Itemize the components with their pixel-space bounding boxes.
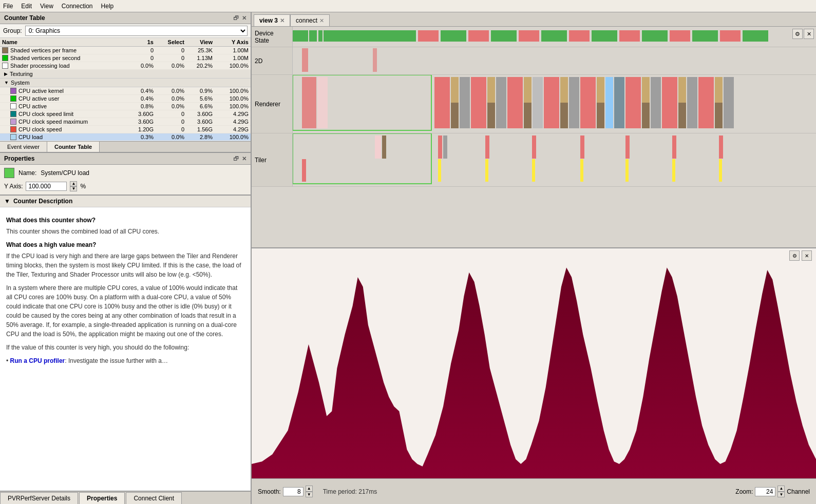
svg-rect-12 <box>619 30 640 42</box>
svg-rect-8 <box>519 30 539 42</box>
close-counter-table-icon[interactable]: ✕ <box>242 15 246 22</box>
chart-close-btn[interactable]: ✕ <box>802 250 812 261</box>
table-row[interactable]: Shader processing load 0.0% 0.0% 20.2% 1… <box>0 62 251 70</box>
time-period-text: Time period: 217ms <box>323 488 377 495</box>
counter-table-title: Counter Table <box>4 14 45 22</box>
svg-rect-1 <box>309 30 317 42</box>
svg-rect-6 <box>468 30 489 42</box>
svg-rect-23 <box>434 77 450 128</box>
smooth-up[interactable]: ▲ <box>306 486 313 492</box>
table-row[interactable]: CPU active 0.8% 0.0% 6.6% 100.0% <box>0 103 251 110</box>
restore-icon[interactable]: 🗗 <box>233 15 239 22</box>
svg-rect-17 <box>743 30 768 42</box>
desc-arrow: ▼ <box>4 198 10 205</box>
table-row[interactable]: CPU clock speed limit 3.60G 0 3.60G 4.29… <box>0 110 251 118</box>
svg-rect-46 <box>642 103 650 128</box>
chart-settings-btn[interactable]: ⚙ <box>789 250 800 261</box>
right-panel: view 3 ✕ connect ✕ ⚙ ✕ Device State <box>252 12 816 504</box>
svg-rect-9 <box>541 30 567 42</box>
properties-content: Name: System/CPU load Y Axis: ▲ ▼ % <box>0 165 251 195</box>
timeline-close-btn[interactable]: ✕ <box>804 29 814 39</box>
table-row[interactable]: CPU active kernel 0.4% 0.0% 0.9% 100.0% <box>0 87 251 95</box>
svg-rect-21 <box>302 77 316 128</box>
smooth-label: Smooth: <box>258 488 281 495</box>
prop-yaxis-input[interactable] <box>26 182 67 191</box>
color-swatch <box>10 126 16 132</box>
description-header[interactable]: ▼ Counter Description <box>0 196 251 207</box>
smooth-input[interactable] <box>283 487 303 496</box>
texturing-section[interactable]: ▶ Texturing <box>0 70 251 79</box>
tab-connect[interactable]: connect ✕ <box>290 14 330 26</box>
system-section[interactable]: ▼ System <box>0 79 251 87</box>
tab-counter-table[interactable]: Counter Table <box>47 142 100 152</box>
btab-connect[interactable]: Connect Client <box>126 492 182 504</box>
smooth-down[interactable]: ▼ <box>306 492 313 498</box>
prop-yaxis-unit: % <box>80 183 86 190</box>
timeline-settings-btn[interactable]: ⚙ <box>792 29 803 39</box>
svg-rect-37 <box>560 103 568 128</box>
table-row[interactable]: CPU clock speed 1.20G 0 1.56G 4.29G <box>0 126 251 133</box>
time-period-group: Time period: 217ms <box>323 488 377 495</box>
table-row[interactable]: Shaded vertices per frame 0 0 25.3K 1.00… <box>0 47 251 54</box>
menu-view[interactable]: View <box>40 3 53 10</box>
smooth-spinner[interactable]: ▲ ▼ <box>306 486 313 497</box>
svg-rect-7 <box>491 30 517 42</box>
menu-edit[interactable]: Edit <box>21 3 32 10</box>
svg-rect-74 <box>719 159 722 182</box>
restore-prop-icon[interactable]: 🗗 <box>233 156 239 162</box>
svg-rect-57 <box>375 135 381 159</box>
tab-view3[interactable]: view 3 ✕ <box>254 14 290 26</box>
tab-event-viewer[interactable]: Event viewer <box>0 142 47 152</box>
desc-title: Counter Description <box>13 198 72 205</box>
main-layout: Counter Table 🗗 ✕ Group: 0: Graphics Nam… <box>0 12 816 504</box>
zoom-down[interactable]: ▼ <box>777 492 785 498</box>
chart-controls: Smooth: ▲ ▼ Time period: 217ms Zoom: <box>252 478 816 504</box>
btab-properties[interactable]: Properties <box>79 492 125 504</box>
menu-file[interactable]: File <box>3 3 13 10</box>
col-select: Select <box>154 39 184 45</box>
menu-connection[interactable]: Connection <box>62 3 93 10</box>
2d-row: 2D <box>252 47 816 75</box>
prop-color-swatch <box>4 168 14 178</box>
description-content: What does this counter show? This counte… <box>0 207 251 374</box>
spin-down[interactable]: ▼ <box>70 186 77 191</box>
renderer-content <box>293 75 816 133</box>
color-swatch <box>10 134 16 140</box>
yaxis-spinner[interactable]: ▲ ▼ <box>70 181 77 191</box>
group-select[interactable]: 0: Graphics <box>25 26 248 36</box>
group-label: Group: <box>3 27 22 34</box>
table-row[interactable]: Shaded vertices per second 0 0 1.13M 1.0… <box>0 54 251 62</box>
close-prop-icon[interactable]: ✕ <box>242 156 246 162</box>
table-row[interactable]: CPU clock speed maximum 3.60G 0 3.60G 4.… <box>0 118 251 126</box>
svg-rect-45 <box>642 77 650 103</box>
svg-rect-4 <box>418 30 439 42</box>
group-selector: Group: 0: Graphics <box>0 24 251 38</box>
zoom-input[interactable] <box>755 487 775 496</box>
svg-rect-49 <box>678 77 686 103</box>
tiler-row: Tiler <box>252 133 816 187</box>
properties-panel: Properties 🗗 ✕ Name: System/CPU load Y A… <box>0 152 251 195</box>
zoom-up[interactable]: ▲ <box>777 486 785 492</box>
timeline-area: ⚙ ✕ Device State <box>252 27 816 247</box>
color-swatch <box>10 88 16 94</box>
zoom-spinner[interactable]: ▲ ▼ <box>777 486 785 497</box>
color-swatch <box>2 63 8 69</box>
chart-toolbar: ⚙ ✕ <box>789 250 812 261</box>
view3-label: view 3 <box>259 17 278 24</box>
close-view3-icon[interactable]: ✕ <box>280 17 284 24</box>
svg-rect-25 <box>451 103 459 128</box>
svg-rect-62 <box>485 135 489 159</box>
close-connect-icon[interactable]: ✕ <box>319 17 324 24</box>
color-swatch <box>2 55 8 61</box>
menu-help[interactable]: Help <box>101 3 114 10</box>
svg-rect-50 <box>678 103 686 128</box>
device-state-svg <box>293 27 816 45</box>
btab-pvr[interactable]: PVRPerfServer Details <box>0 492 78 504</box>
svg-rect-38 <box>569 77 579 128</box>
table-row[interactable]: CPU active user 0.4% 0.0% 5.6% 100.0% <box>0 95 251 103</box>
table-row[interactable]: CPU load 0.3% 0.0% 2.8% 100.0% <box>0 133 251 141</box>
menubar: File Edit View Connection Help <box>0 0 816 12</box>
ct-header-row: Name 1s Select View Y Axis <box>0 38 251 47</box>
desc-q1: What does this counter show? <box>6 216 244 225</box>
spin-up[interactable]: ▲ <box>70 181 77 186</box>
